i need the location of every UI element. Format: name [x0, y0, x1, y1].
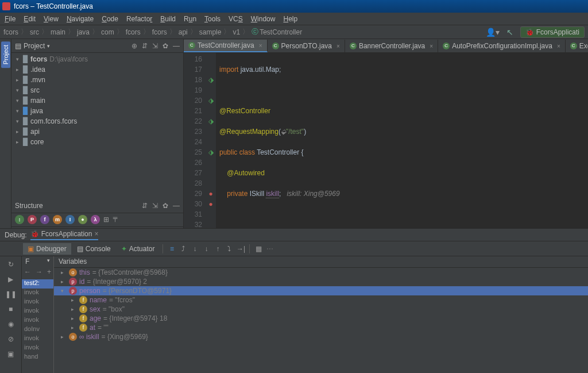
variable-row[interactable]: ▸f age = {Integer@5974} 18	[54, 314, 588, 323]
expand-all-icon[interactable]: ⊞	[103, 216, 109, 224]
force-step-icon[interactable]: ↓	[201, 244, 211, 254]
rerun-icon[interactable]: ↻	[5, 259, 17, 270]
gear-icon[interactable]: ✿	[163, 202, 168, 210]
show-icon[interactable]: ●	[78, 215, 87, 224]
tab-bannercontroller[interactable]: CBannerController.java×	[345, 40, 438, 52]
variable-row[interactable]: ▸o this = {TestController@5968}	[54, 268, 588, 277]
tab-testcontroller[interactable]: CTestController.java×	[184, 40, 268, 52]
impl-icon[interactable]: I	[65, 215, 75, 224]
collapse-icon[interactable]: ⇵	[142, 202, 148, 210]
crumb-class[interactable]: TestController	[260, 28, 302, 36]
evaluate-icon[interactable]: ▦	[253, 244, 264, 254]
variables-header: Variables	[54, 256, 588, 268]
menu-run[interactable]: Run	[180, 14, 200, 24]
gear-icon[interactable]: ✿	[163, 42, 168, 50]
step-into-icon[interactable]: ↓	[189, 244, 200, 254]
method-icon[interactable]: m	[53, 215, 62, 224]
target-icon[interactable]: ⊕	[131, 42, 137, 50]
user-icon[interactable]: 👤▾	[486, 28, 500, 37]
debug-config-tab[interactable]: 🐞 FcorsApplication ×	[30, 230, 99, 240]
crumb[interactable]: main	[51, 28, 65, 36]
run-config-selector[interactable]: 🐞 FcorsApplicati	[520, 26, 585, 38]
build-icon[interactable]: ↖	[506, 28, 513, 37]
threads-icon[interactable]: ≡	[167, 244, 177, 254]
breadcrumb-bar: fcors〉 src〉 main〉 java〉 com〉 fcors〉 fcor…	[0, 25, 588, 39]
structure-title: Structure	[15, 202, 43, 210]
stop-icon[interactable]: ■	[5, 303, 17, 315]
menu-window[interactable]: Window	[247, 14, 279, 24]
project-tree[interactable]: ▾▉ fcors D:\java\fcors ▸▉ .idea ▸▉ .mvn …	[11, 53, 183, 199]
debug-panel: Debug: 🐞 FcorsApplication × ▣Debugger ▤C…	[0, 228, 588, 373]
step-out-icon[interactable]: ↑	[212, 244, 223, 254]
resume-icon[interactable]: ▶	[5, 274, 17, 285]
structure-panel-header: Structure ⇵ ⇲ ✿ —	[11, 199, 183, 213]
tab-exceptioncode[interactable]: CExceptionCodeCo	[566, 40, 588, 52]
window-title: fcors – TestController.java	[14, 2, 93, 10]
mute-bp-icon[interactable]: ⊘	[5, 333, 17, 345]
menu-edit[interactable]: Edit	[20, 14, 39, 24]
collapse-all-icon[interactable]: 〒	[113, 215, 119, 225]
variable-row[interactable]: ▾p person = {PersonDTO@5971}	[54, 286, 588, 295]
debug-side-toolbar: ↻ ▶ ❚❚ ■ ◉ ⊘ ▣	[0, 256, 22, 373]
project-icon: ▤	[15, 42, 21, 50]
close-icon[interactable]: ×	[259, 43, 262, 49]
crumb[interactable]: sample	[199, 28, 222, 36]
console-tab[interactable]: ▤Console	[72, 243, 115, 255]
more-icon[interactable]: ⋯	[265, 244, 275, 254]
filter-icon[interactable]: P	[28, 215, 37, 224]
project-panel-header: ▤ Project ▾ ⊕ ⇵ ⇲ ✿ —	[11, 39, 183, 53]
actuator-tab[interactable]: ✦Actuator	[117, 243, 160, 255]
debugger-tab[interactable]: ▣Debugger	[23, 243, 71, 255]
menu-view[interactable]: View	[40, 14, 62, 24]
tool-tab-project[interactable]: Project	[1, 41, 10, 68]
app-icon	[2, 2, 10, 10]
crumb[interactable]: api	[179, 28, 188, 36]
debug-toolbar: ▣Debugger ▤Console ✦Actuator ≡ ⤴ ↓ ↓ ↑ ⤵…	[0, 241, 588, 256]
tab-autoprefix[interactable]: CAutoPrefixConfigurationImpl.java×	[438, 40, 566, 52]
crumb[interactable]: fcors	[152, 28, 167, 36]
variable-row[interactable]: ▸o ∞ iskill = {Xing@5969}	[54, 332, 588, 341]
crumb[interactable]: fcors	[3, 28, 18, 36]
debug-label: Debug:	[5, 231, 27, 239]
breadcrumb: fcors〉 src〉 main〉 java〉 com〉 fcors〉 fcor…	[3, 27, 302, 37]
run-to-cursor-icon[interactable]: →|	[235, 244, 246, 254]
editor-tabs: CTestController.java× CPersonDTO.java× C…	[184, 39, 588, 53]
menu-refactor[interactable]: Refactor	[123, 14, 156, 24]
expand-icon[interactable]: ⇲	[152, 202, 158, 210]
breakpoints-icon[interactable]: ◉	[5, 318, 17, 330]
variable-row[interactable]: ▸f sex = "box"	[54, 305, 588, 314]
variable-row[interactable]: ▸p id = {Integer@5970} 2	[54, 277, 588, 286]
crumb[interactable]: java	[77, 28, 90, 36]
menu-navigate[interactable]: Navigate	[63, 14, 97, 24]
expand-icon[interactable]: ⇲	[152, 42, 158, 50]
menu-help[interactable]: Help	[280, 14, 301, 24]
project-title: Project	[24, 42, 45, 50]
variable-row[interactable]: ▸f at = ""	[54, 323, 588, 332]
step-over-icon[interactable]: ⤴	[178, 244, 188, 254]
sort-icon[interactable]: ↕	[15, 215, 24, 224]
debug-variables[interactable]: Variables ▸o this = {TestController@5968…	[54, 256, 588, 373]
crumb[interactable]: src	[30, 28, 39, 36]
pause-icon[interactable]: ❚❚	[5, 289, 17, 300]
debug-frames[interactable]: F▾ ←→+ test2: invok invok invok invok do…	[22, 256, 54, 373]
variable-row[interactable]: ▸f name = "fcros"	[54, 295, 588, 305]
hide-icon[interactable]: —	[173, 202, 180, 210]
crumb[interactable]: v1	[233, 28, 240, 36]
menu-code[interactable]: Code	[98, 14, 122, 24]
crumb[interactable]: com	[101, 28, 114, 36]
menubar: File Edit View Navigate Code Refactor Bu…	[0, 13, 588, 25]
structure-toolbar: ↕ P f m I ● λ ⊞ 〒	[11, 213, 183, 227]
menu-build[interactable]: Build	[157, 14, 179, 24]
field-icon[interactable]: f	[40, 215, 49, 224]
collapse-icon[interactable]: ⇵	[142, 42, 148, 50]
menu-vcs[interactable]: VCS	[225, 14, 246, 24]
anon-icon[interactable]: λ	[91, 215, 100, 224]
hide-icon[interactable]: —	[173, 42, 180, 50]
tab-persondto[interactable]: CPersonDTO.java×	[268, 40, 345, 52]
crumb[interactable]: fcors	[126, 28, 141, 36]
drop-frame-icon[interactable]: ⤵	[224, 244, 234, 254]
titlebar: fcors – TestController.java	[0, 0, 588, 13]
layout-icon[interactable]: ▣	[5, 348, 17, 360]
menu-file[interactable]: File	[1, 14, 19, 24]
menu-tools[interactable]: Tools	[201, 14, 224, 24]
